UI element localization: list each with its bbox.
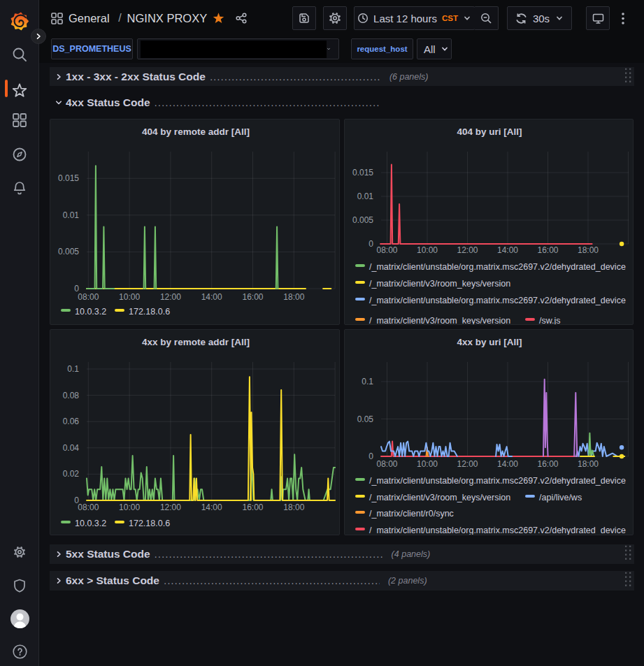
- svg-text:0.1: 0.1: [67, 364, 79, 374]
- svg-text:18:00: 18:00: [578, 245, 599, 255]
- svg-text:/_matrix/client/unstable/org.m: /_matrix/client/unstable/org.matrix.msc2…: [369, 262, 626, 272]
- svg-text:/_matrix/client/v3/room_keys/v: /_matrix/client/v3/room_keys/version: [369, 316, 510, 325]
- svg-text:0.005: 0.005: [58, 247, 79, 256]
- svg-text:/_matrix/client/unstable/org.m: /_matrix/client/unstable/org.matrix.msc2…: [369, 476, 626, 486]
- svg-text:/api/live/ws: /api/live/ws: [539, 493, 582, 502]
- svg-text:18:00: 18:00: [283, 292, 304, 302]
- svg-text:10.0.3.2: 10.0.3.2: [75, 519, 106, 528]
- svg-text:16:00: 16:00: [242, 292, 263, 302]
- svg-text:08:00: 08:00: [78, 292, 99, 302]
- svg-text:08:00: 08:00: [78, 502, 99, 512]
- svg-text:08:00: 08:00: [376, 245, 397, 255]
- svg-text:404 by remote addr [All]: 404 by remote addr [All]: [142, 126, 250, 137]
- svg-text:4xx by remote addr [All]: 4xx by remote addr [All]: [142, 337, 250, 347]
- svg-text:10.0.3.2: 10.0.3.2: [75, 307, 106, 317]
- svg-text:/sw.js: /sw.js: [539, 316, 561, 325]
- svg-text:/_matrix/client/unstable/org.m: /_matrix/client/unstable/org.matrix.msc2…: [369, 526, 626, 535]
- svg-text:172.18.0.6: 172.18.0.6: [129, 519, 170, 528]
- svg-text:18:00: 18:00: [283, 502, 304, 512]
- svg-text:0: 0: [368, 451, 373, 461]
- svg-text:12:00: 12:00: [160, 292, 181, 302]
- svg-text:16:00: 16:00: [537, 245, 558, 255]
- svg-text:12:00: 12:00: [160, 502, 181, 512]
- svg-text:10:00: 10:00: [417, 459, 438, 469]
- svg-text:14:00: 14:00: [201, 292, 222, 302]
- svg-text:12:00: 12:00: [457, 245, 478, 255]
- svg-text:12:00: 12:00: [457, 459, 478, 469]
- svg-text:16:00: 16:00: [242, 502, 263, 512]
- svg-text:18:00: 18:00: [578, 459, 599, 469]
- svg-text:0.05: 0.05: [357, 414, 374, 424]
- svg-text:14:00: 14:00: [497, 245, 518, 255]
- svg-text:08:00: 08:00: [376, 459, 397, 469]
- svg-text:0.06: 0.06: [63, 417, 80, 426]
- svg-text:0.04: 0.04: [63, 443, 80, 453]
- svg-text:0.01: 0.01: [63, 210, 80, 220]
- svg-text:/_matrix/client/v3/room_keys/v: /_matrix/client/v3/room_keys/version: [369, 493, 510, 502]
- svg-text:172.18.0.6: 172.18.0.6: [129, 307, 170, 317]
- svg-text:10:00: 10:00: [119, 502, 140, 512]
- svg-text:0.015: 0.015: [352, 168, 373, 178]
- svg-text:/_matrix/client/r0/sync: /_matrix/client/r0/sync: [369, 509, 454, 519]
- svg-text:16:00: 16:00: [537, 459, 558, 469]
- svg-text:/_matrix/client/unstable/org.m: /_matrix/client/unstable/org.matrix.msc2…: [369, 296, 626, 305]
- svg-text:10:00: 10:00: [417, 245, 438, 255]
- svg-text:10:00: 10:00: [119, 292, 140, 302]
- svg-text:14:00: 14:00: [201, 502, 222, 512]
- svg-text:0: 0: [368, 239, 373, 249]
- svg-text:0.02: 0.02: [63, 469, 80, 479]
- svg-text:0.08: 0.08: [63, 391, 80, 400]
- svg-text:/_matrix/client/v3/room_keys/v: /_matrix/client/v3/room_keys/version: [369, 279, 510, 289]
- svg-text:0.1: 0.1: [362, 377, 373, 386]
- svg-text:404 by uri [All]: 404 by uri [All]: [457, 126, 522, 137]
- svg-text:4xx by uri [All]: 4xx by uri [All]: [457, 337, 522, 347]
- svg-text:14:00: 14:00: [497, 459, 518, 469]
- svg-text:0.005: 0.005: [352, 215, 373, 225]
- svg-text:0.015: 0.015: [58, 173, 79, 183]
- svg-text:0.01: 0.01: [357, 191, 374, 201]
